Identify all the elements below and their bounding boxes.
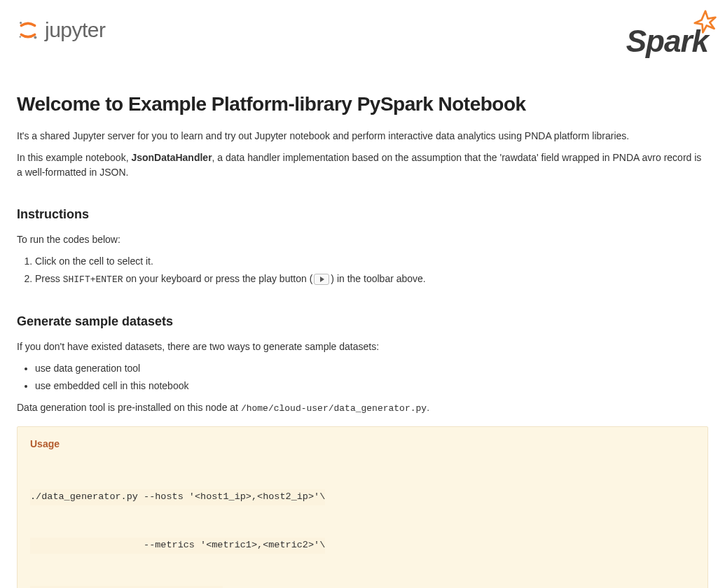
usage-line-3-text: --year <year>\: [30, 586, 223, 589]
play-button-icon: [314, 274, 329, 285]
generate-list: use data generation tool use embedded ce…: [35, 361, 708, 393]
usage-line-1: ./data_generator.py --hosts '<host1_ip>,…: [30, 489, 695, 505]
jupyter-icon: [17, 19, 39, 41]
page-header: jupyter Spark: [17, 14, 708, 64]
generate-lead: If you don't have existed datasets, ther…: [17, 340, 708, 354]
page-title: Welcome to Example Platform-library PySp…: [17, 90, 708, 119]
tool-location: Data generation tool is pre-installed on…: [17, 400, 708, 416]
play-triangle-icon: [320, 276, 324, 282]
svg-point-2: [20, 36, 21, 37]
step2-pre: Press: [35, 273, 63, 284]
usage-line-2-text: --metrics '<metric1>,<metric2>'\: [30, 538, 325, 554]
instruction-step-1: Click on the cell to select it.: [35, 254, 708, 269]
intro2-strong: JsonDataHandler: [131, 152, 212, 163]
usage-code-block: ./data_generator.py --hosts '<host1_ip>,…: [30, 457, 695, 588]
usage-line-3: --year <year>\: [30, 586, 695, 589]
instructions-heading: Instructions: [17, 205, 708, 224]
intro-paragraph-2: In this example notebook, JsonDataHandle…: [17, 150, 708, 180]
step2-shortcut: SHIFT+ENTER: [63, 274, 123, 285]
generate-item-1: use data generation tool: [35, 361, 708, 376]
instructions-list: Click on the cell to select it. Press SH…: [35, 254, 708, 287]
usage-line-2: --metrics '<metric1>,<metric2>'\: [30, 538, 695, 554]
step2-mid: on your keyboard or press the play butto…: [123, 273, 313, 284]
step2-post: ) in the toolbar above.: [331, 273, 425, 284]
usage-line-1-text: ./data_generator.py --hosts '<host1_ip>,…: [30, 489, 325, 505]
tool-location-pre: Data generation tool is pre-installed on…: [17, 402, 241, 413]
jupyter-logo: jupyter: [17, 14, 106, 46]
tool-location-path: /home/cloud-user/data_generator.py: [241, 403, 427, 414]
instruction-step-2: Press SHIFT+ENTER on your keyboard or pr…: [35, 272, 708, 287]
tool-location-post: .: [427, 402, 429, 413]
generate-heading: Generate sample datasets: [17, 312, 708, 331]
svg-point-0: [20, 22, 22, 24]
generate-item-2: use embedded cell in this notebook: [35, 379, 708, 393]
instructions-lead: To run the codes below:: [17, 232, 708, 247]
spark-logo: Spark: [626, 18, 708, 64]
usage-title: Usage: [30, 437, 695, 451]
jupyter-logo-text: jupyter: [45, 14, 106, 46]
intro-paragraph-1: It's a shared Jupyter server for you to …: [17, 129, 708, 144]
intro2-pre: In this example notebook,: [17, 152, 131, 163]
svg-point-1: [34, 36, 36, 38]
spark-star-icon: [693, 10, 718, 35]
usage-box: Usage ./data_generator.py --hosts '<host…: [17, 426, 708, 588]
